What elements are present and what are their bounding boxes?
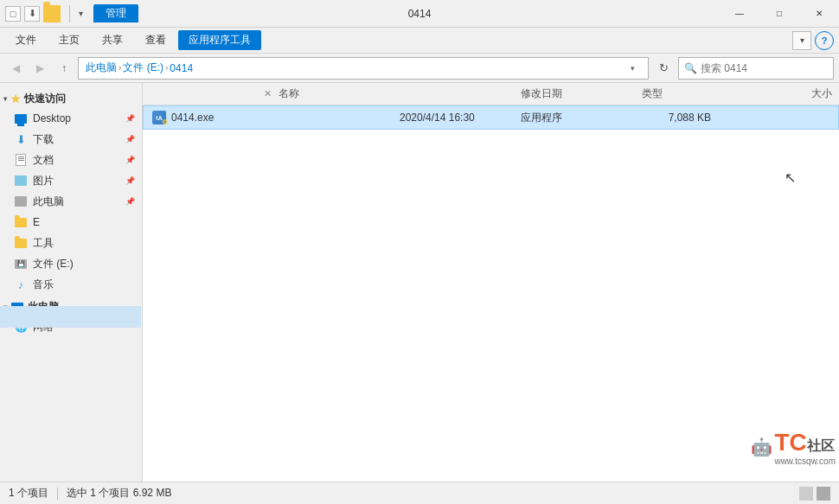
col-header-type[interactable]: 类型 (642, 86, 746, 101)
quick-access-toolbar-icon[interactable]: □ (5, 6, 21, 22)
search-box[interactable]: 🔍 (678, 57, 834, 80)
watermark-shequ: 社区 (807, 437, 835, 456)
window-title: 0414 (408, 8, 432, 20)
breadcrumb: 此电脑 › 文件 (E:) › 0414 (86, 61, 620, 75)
menu-file[interactable]: 文件 (5, 30, 47, 50)
item-count: 1 个项目 (9, 486, 48, 501)
titlebar-divider (69, 5, 70, 22)
folder-e-icon (14, 215, 28, 229)
sidebar-item-downloads[interactable]: ⬇ 下载 📌 (0, 129, 142, 150)
titlebar-dropdown-arrow[interactable]: ▾ (75, 7, 86, 20)
forward-button[interactable]: ▶ (29, 58, 50, 79)
address-box[interactable]: 此电脑 › 文件 (E:) › 0414 ▾ (78, 57, 649, 80)
sidebar-item-documents[interactable]: 文档 📌 (0, 150, 142, 170)
file-row[interactable]: tA 0414.exe 2020/4/14 16:30 应用程序 7,088 K… (143, 105, 839, 130)
drive-e-icon: 💾 (14, 257, 28, 271)
sidebar-item-downloads-label: 下载 (33, 132, 54, 147)
file-name: 0414.exe (171, 112, 400, 124)
sidebar-item-documents-label: 文档 (33, 153, 54, 168)
sidebar-item-network-label: 网络 (33, 320, 54, 335)
maximize-button[interactable]: □ (759, 0, 799, 28)
breadcrumb-drive-e[interactable]: 文件 (E:) (123, 61, 163, 75)
list-view-button[interactable] (799, 487, 813, 501)
sidebar-item-e-folder[interactable]: E (0, 212, 142, 233)
col-header-name[interactable]: 名称 (279, 86, 521, 101)
address-dropdown-button[interactable]: ▾ (624, 58, 641, 79)
up-button[interactable]: ↑ (54, 58, 74, 79)
selected-info: 选中 1 个项目 6.92 MB (67, 486, 171, 501)
search-icon: 🔍 (684, 62, 697, 74)
file-type: 应用程序 (521, 111, 624, 125)
exe-file-icon: tA (151, 111, 168, 124)
watermark-site: www.tcsqw.com (774, 456, 836, 466)
this-pc-icon (10, 301, 24, 315)
star-icon: ★ (10, 93, 21, 105)
this-pc-header-label: 此电脑 (28, 300, 59, 315)
expand-ribbon-button[interactable]: ▾ (792, 31, 811, 50)
close-filter-button[interactable]: ✕ (264, 88, 272, 99)
this-pc-header[interactable]: ▾ 此电脑 (0, 297, 142, 316)
download-icon: ⬇ (14, 132, 28, 146)
this-pc-arrow: ▾ (3, 303, 7, 311)
menu-home[interactable]: 主页 (48, 30, 90, 50)
window-controls: — □ ✕ (720, 0, 839, 28)
computer-icon (14, 195, 28, 208)
management-tab[interactable]: 管理 (93, 4, 138, 22)
documents-icon (14, 153, 28, 167)
view-controls (799, 487, 830, 501)
refresh-button[interactable]: ↻ (652, 57, 675, 80)
search-input[interactable] (701, 62, 813, 74)
help-button[interactable]: ? (815, 31, 834, 50)
titlebar: □ ⬇ ▾ 管理 0414 — □ ✕ (0, 0, 839, 28)
sidebar: ▾ ★ 快速访问 Desktop 📌 ⬇ 下载 📌 文档 📌 (0, 83, 143, 482)
quick-access-arrow: ▾ (3, 95, 7, 103)
menubar-right: ▾ ? (792, 31, 834, 50)
sidebar-item-desktop-label: Desktop (33, 112, 71, 124)
breadcrumb-folder[interactable]: 0414 (170, 62, 193, 74)
music-icon: ♪ (14, 278, 28, 291)
file-size: 7,088 KB (624, 112, 711, 124)
pictures-icon (14, 174, 28, 188)
sidebar-item-tools[interactable]: 工具 (0, 233, 142, 253)
menu-view[interactable]: 查看 (135, 30, 176, 50)
statusbar: 1 个项目 选中 1 个项目 6.92 MB (0, 482, 839, 504)
save-icon[interactable]: ⬇ (24, 6, 40, 22)
titlebar-icons: □ ⬇ ▾ (0, 5, 92, 22)
sidebar-item-network[interactable]: 🌐 网络 (0, 316, 142, 337)
minimize-button[interactable]: — (720, 0, 759, 28)
sidebar-item-desktop[interactable]: Desktop 📌 (0, 108, 142, 129)
back-button[interactable]: ◀ (5, 58, 26, 79)
sidebar-item-e-label: E (33, 216, 40, 228)
close-button[interactable]: ✕ (799, 0, 839, 28)
menu-share[interactable]: 共享 (92, 30, 133, 50)
quick-access-label: 快速访问 (24, 92, 66, 106)
desktop-icon (14, 112, 28, 125)
network-icon: 🌐 (14, 320, 28, 334)
sidebar-item-drive-e[interactable]: 💾 文件 (E:) (0, 253, 142, 274)
col-header-size[interactable]: 大小 (746, 86, 832, 101)
sidebar-item-pictures-label: 图片 (33, 174, 54, 188)
sidebar-item-pictures[interactable]: 图片 📌 (0, 170, 142, 191)
pin-icon-documents: 📌 (125, 156, 135, 164)
pin-icon-desktop: 📌 (125, 114, 135, 123)
folder-icon (43, 5, 61, 22)
sidebar-item-music-label: 音乐 (33, 278, 54, 292)
detail-view-button[interactable] (817, 487, 830, 501)
sidebar-item-tools-label: 工具 (33, 236, 54, 251)
mouse-cursor: ↖ (785, 169, 796, 186)
breadcrumb-sep-2: › (165, 63, 168, 73)
breadcrumb-sep-1: › (118, 63, 121, 73)
quick-access-header[interactable]: ▾ ★ 快速访问 (0, 88, 142, 108)
col-header-date[interactable]: 修改日期 (521, 86, 642, 101)
sidebar-item-this-pc-quick-label: 此电脑 (33, 195, 64, 209)
menu-app-tools[interactable]: 应用程序工具 (178, 30, 261, 50)
sidebar-item-drive-e-label: 文件 (E:) (33, 257, 74, 271)
sidebar-item-this-pc-quick[interactable]: 此电脑 📌 (0, 191, 142, 212)
menubar: 文件 主页 共享 查看 应用程序工具 ▾ ? (0, 28, 839, 54)
sidebar-item-music[interactable]: ♪ 音乐 (0, 274, 142, 295)
breadcrumb-this-pc[interactable]: 此电脑 (86, 61, 117, 75)
watermark-tc: TC (774, 429, 806, 456)
watermark: 🤖 TC 社区 www.tcsqw.com (666, 412, 839, 482)
pin-icon-pictures: 📌 (125, 176, 135, 185)
status-divider (57, 488, 58, 500)
